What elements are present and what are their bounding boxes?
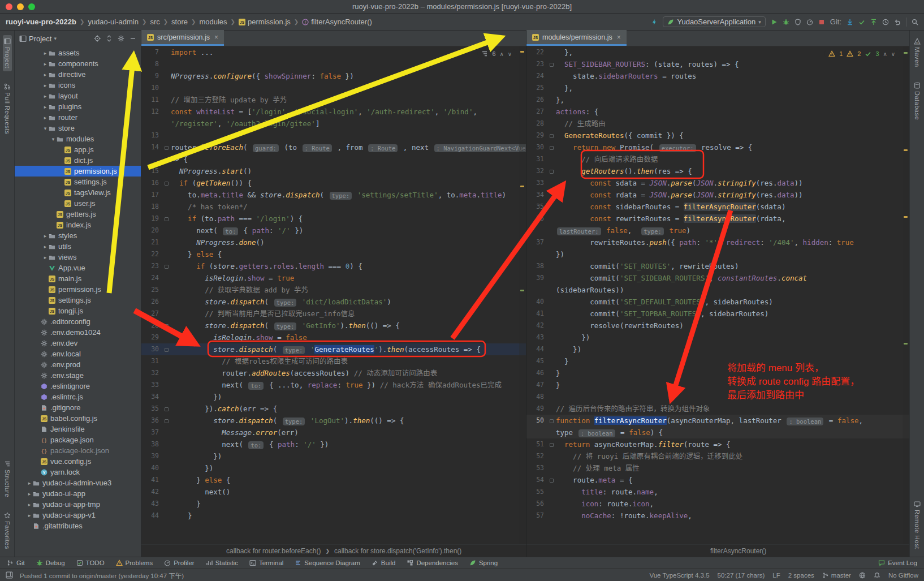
- breadcrumb-item[interactable]: store: [171, 18, 188, 26]
- project-tree-item[interactable]: JSsettings.js: [15, 295, 141, 305]
- project-tree-item[interactable]: ▸utils: [15, 241, 141, 252]
- code-line[interactable]: 28 store.dispatch( type: 'GetInfo').then…: [141, 320, 526, 332]
- project-tree-item[interactable]: JStagsView.js: [15, 187, 141, 198]
- code-line[interactable]: 34 }): [141, 391, 526, 403]
- code-line[interactable]: 46}: [526, 367, 909, 379]
- prev-next-chevrons[interactable]: ∧ ∨: [500, 51, 513, 57]
- fold-marker[interactable]: [162, 260, 171, 272]
- code-line[interactable]: 39 }): [141, 450, 526, 462]
- fold-marker[interactable]: [162, 320, 171, 332]
- status-no-gitflow[interactable]: No Gitflow: [888, 572, 918, 579]
- project-tree-item[interactable]: ▸styles: [15, 230, 141, 241]
- project-tree-item[interactable]: ▸yudao-ui-app-tmp: [15, 499, 141, 510]
- tool-window-button-event-log[interactable]: Event Log: [878, 560, 917, 566]
- editor-breadcrumb-item[interactable]: callback for router.beforeEach(): [226, 547, 321, 555]
- status-50-27-17-chars-[interactable]: 50:27 (17 chars): [718, 572, 765, 579]
- project-tree-item[interactable]: ▸views: [15, 252, 141, 262]
- update-project-button-icon[interactable]: [847, 19, 853, 25]
- code-line[interactable]: 39 commit('SET_SIDEBAR_ROUTERS', constan…: [526, 272, 909, 284]
- run-button-icon[interactable]: [771, 19, 778, 25]
- tool-stripe-button-structure[interactable]: Structure: [3, 458, 12, 500]
- project-tree-item[interactable]: ▸yudao-ui-app-v1: [15, 510, 141, 520]
- code-line[interactable]: 27 // 判断当前用户是否已拉取完user_info信息: [141, 308, 526, 320]
- project-tree-item[interactable]: JSdict.js: [15, 155, 141, 166]
- code-line[interactable]: }): [526, 248, 909, 260]
- push-button-icon[interactable]: [870, 19, 877, 25]
- project-tree-item[interactable]: .gitattributes: [15, 520, 141, 531]
- breadcrumb-item[interactable]: JSpermission.js: [239, 18, 291, 26]
- expand-collapse-button-icon[interactable]: [106, 35, 113, 42]
- fold-marker[interactable]: [162, 213, 171, 225]
- tool-window-button-git[interactable]: Git: [7, 560, 25, 566]
- breadcrumb-item[interactable]: ffilterAsyncRouter(): [302, 18, 372, 26]
- project-tree-item[interactable]: ▸plugins: [15, 101, 141, 112]
- project-tree-item[interactable]: JSindex.js: [15, 220, 141, 230]
- minimize-window-button[interactable]: [17, 3, 24, 10]
- code-line[interactable]: 43 }: [141, 498, 526, 510]
- code-line[interactable]: 28 // 生成路由: [526, 118, 909, 130]
- code-line[interactable]: 12const whiteList = ['/login', '/social-…: [141, 106, 526, 118]
- search-everywhere-button-icon[interactable]: [912, 19, 918, 25]
- tool-window-button-debug[interactable]: Debug: [36, 560, 65, 566]
- code-line[interactable]: 43 }): [526, 332, 909, 343]
- tool-window-button-spring[interactable]: Spring: [469, 560, 498, 566]
- code-line[interactable]: 48: [526, 391, 909, 403]
- project-tree-item[interactable]: JSpermission.js: [15, 166, 141, 177]
- tool-stripe-button-project[interactable]: Project: [3, 35, 12, 71]
- panel-settings-button-icon[interactable]: [118, 35, 124, 42]
- inspection-widget-left[interactable]: 6 ∧ ∨: [477, 49, 517, 58]
- fold-marker[interactable]: [547, 165, 556, 177]
- tool-window-button-build[interactable]: Build: [372, 560, 396, 566]
- scrollbar-right[interactable]: [903, 46, 909, 544]
- reload-icon[interactable]: [651, 19, 658, 25]
- code-line[interactable]: 40 commit('SET_DEFAULT_ROUTES', sidebarR…: [526, 296, 909, 308]
- tree-chevron-icon[interactable]: ▾: [42, 126, 49, 131]
- project-panel-title[interactable]: Project: [29, 35, 51, 43]
- code-line[interactable]: 55 title: route.name,: [526, 486, 909, 498]
- code-line[interactable]: 41 commit('SET_TOPBAR_ROUTES', sidebarRo…: [526, 308, 909, 320]
- tree-chevron-icon[interactable]: ▸: [26, 480, 33, 486]
- tool-stripe-button-pull-requests[interactable]: Pull Requests: [3, 80, 12, 137]
- tab-close-icon[interactable]: ×: [214, 33, 218, 41]
- project-tree-item[interactable]: Yyarn.lock: [15, 467, 141, 477]
- project-tree-item[interactable]: .editorconfig: [15, 316, 141, 327]
- tool-stripe-button-remote-host[interactable]: Remote Host: [913, 498, 922, 552]
- tab-src-permission-js[interactable]: JS src/permission.js ×: [141, 30, 224, 46]
- project-tree-item[interactable]: .eslintignore: [15, 381, 141, 391]
- tree-chevron-icon[interactable]: ▸: [42, 50, 49, 56]
- code-line[interactable]: 37 rewriteRoutes.push({ path: '*', redir…: [526, 236, 909, 248]
- tool-window-button-todo[interactable]: TODO: [76, 560, 105, 566]
- zoom-window-button[interactable]: [28, 3, 35, 10]
- code-line[interactable]: 50function filterAsyncRouter(asyncRouter…: [526, 415, 909, 427]
- status-vue-typescript-4-3-5[interactable]: Vue TypeScript 4.3.5: [649, 572, 709, 579]
- fold-marker[interactable]: [547, 130, 556, 141]
- editor-breadcrumb-item[interactable]: filterAsyncRouter(): [710, 547, 766, 555]
- code-line[interactable]: 42 resolve(rewriteRoutes): [526, 320, 909, 332]
- tree-chevron-icon[interactable]: ▸: [42, 255, 49, 260]
- tree-chevron-icon[interactable]: ▾: [50, 136, 57, 142]
- code-line[interactable]: 56 icon: route.icon,: [526, 498, 909, 510]
- code-line[interactable]: 38 commit('SET_ROUTES', rewriteRoutes): [526, 260, 909, 272]
- status-bell-icon[interactable]: [874, 572, 880, 579]
- status-globe-icon[interactable]: [859, 572, 866, 579]
- project-tree-item[interactable]: JSsettings.js: [15, 177, 141, 187]
- project-tree-item[interactable]: ▸components: [15, 58, 141, 69]
- code-line[interactable]: 45 }: [526, 355, 909, 367]
- coverage-button-icon[interactable]: [795, 19, 801, 25]
- code-line[interactable]: 27actions: {: [526, 106, 909, 118]
- code-line[interactable]: 36 store.dispatch( type: 'LogOut').then(…: [141, 415, 526, 427]
- code-line[interactable]: 34 const rdata = JSON.parse(JSON.stringi…: [526, 189, 909, 201]
- scrollbar-left[interactable]: [519, 46, 526, 544]
- project-tree-item[interactable]: JSpermission.js: [15, 284, 141, 295]
- project-tree-item[interactable]: App.vue: [15, 262, 141, 273]
- code-line[interactable]: 14router.beforeEach( guard: (to : Route …: [141, 141, 526, 153]
- code-line[interactable]: 31 // 根据roles权限生成可访问的路由表: [141, 355, 526, 367]
- code-line[interactable]: 26},: [526, 94, 909, 106]
- tool-window-button-terminal[interactable]: Terminal: [249, 560, 283, 566]
- code-line[interactable]: 54 route.meta = {: [526, 474, 909, 486]
- project-tree-item[interactable]: {}package.json: [15, 434, 141, 445]
- tree-chevron-icon[interactable]: ▸: [42, 83, 49, 88]
- tree-chevron-icon[interactable]: ▸: [42, 61, 49, 67]
- project-tree-item[interactable]: ▸icons: [15, 80, 141, 91]
- code-line[interactable]: 24 state.sidebarRouters = routes: [526, 70, 909, 82]
